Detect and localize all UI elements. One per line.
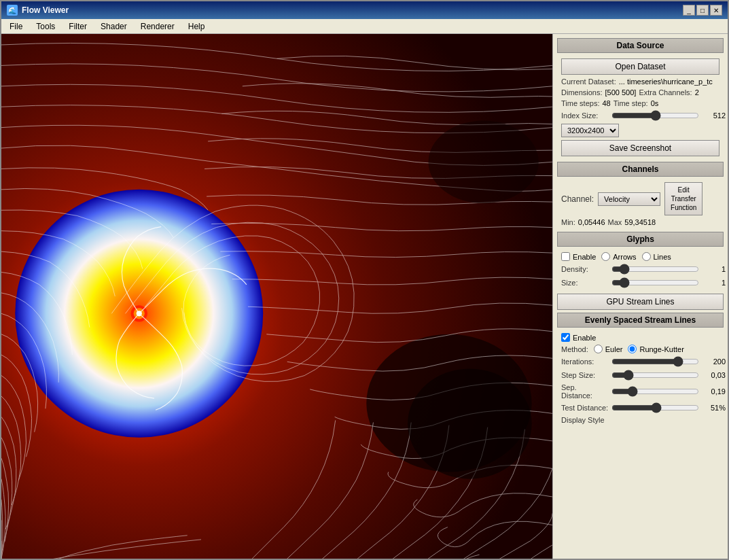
display-style-label: Display Style [561, 416, 605, 424]
menu-shader[interactable]: Shader [95, 20, 132, 33]
svg-point-7 [408, 368, 531, 478]
sep-distance-label: Sep. Distance: [561, 383, 609, 400]
sidebar: Data Source Open Dataset Current Dataset… [552, 34, 728, 559]
sep-distance-slider[interactable] [611, 386, 699, 397]
channel-dropdown[interactable]: Velocity Pressure Temperature [598, 192, 660, 206]
evenly-enable-group: Enable [561, 333, 596, 342]
glyphs-enable-row: Enable Arrows Lines [561, 252, 719, 261]
glyphs-header: Glyphs [557, 232, 724, 247]
channel-label: Channel: [561, 194, 594, 204]
svg-point-6 [429, 120, 539, 203]
step-size-value: 0,03 [702, 371, 726, 379]
iterations-row: Iterations: 200 [561, 356, 719, 367]
channels-header: Channels [557, 162, 724, 177]
euler-radio[interactable] [594, 345, 603, 353]
index-size-row: Index Size: 512 [561, 110, 719, 121]
size-value: 1 [702, 279, 726, 287]
arrows-group: Arrows [601, 252, 636, 261]
time-step-label: Time step: [614, 99, 648, 107]
size-slider[interactable] [611, 277, 699, 288]
title-bar-left: 🌊 Flow Viewer [7, 5, 69, 16]
lines-radio[interactable] [642, 252, 651, 261]
app-icon: 🌊 [7, 5, 18, 16]
density-value: 1 [702, 265, 726, 273]
max-label: Max [608, 218, 622, 226]
min-max-row: Min: 0,05446 Max 59,34518 [561, 218, 719, 226]
density-label: Density: [561, 265, 609, 273]
open-dataset-button[interactable]: Open Dataset [561, 58, 719, 75]
close-button[interactable]: ✕ [710, 5, 722, 16]
method-row: Method: Euler Runge-Kutter [561, 345, 719, 353]
channel-row: Channel: Velocity Pressure Temperature E… [561, 182, 719, 215]
index-size-slider[interactable] [611, 110, 699, 121]
menu-tools[interactable]: Tools [31, 20, 60, 33]
menu-file[interactable]: File [4, 20, 28, 33]
glyphs-enable-group: Enable [561, 252, 596, 261]
sep-distance-value: 0,19 [702, 387, 726, 396]
arrows-radio[interactable] [601, 252, 610, 261]
step-size-slider[interactable] [611, 370, 699, 381]
glyphs-enable-label: Enable [573, 253, 596, 261]
runge-kutter-radio[interactable] [628, 345, 637, 353]
test-distance-label: Test Distance: [561, 404, 609, 412]
evenly-enable-checkbox[interactable] [561, 333, 570, 342]
menu-help[interactable]: Help [183, 20, 211, 33]
current-dataset-label: Current Dataset: [561, 77, 616, 86]
window-title: Flow Viewer [22, 5, 69, 15]
arrows-label: Arrows [613, 253, 636, 261]
save-screenshot-button[interactable]: Save Screenshot [561, 140, 719, 156]
menu-filter[interactable]: Filter [63, 20, 92, 33]
test-distance-row: Test Distance: 51% [561, 402, 719, 413]
test-distance-value: 51% [702, 404, 726, 412]
main-window: 🌊 Flow Viewer _ □ ✕ File Tools Filter Sh… [0, 0, 729, 560]
data-source-header: Data Source [557, 38, 724, 53]
gpu-stream-lines-button[interactable]: GPU Stream Lines [557, 294, 724, 310]
dimensions-value: [500 500] [605, 88, 637, 97]
extra-channels-value: 2 [695, 88, 699, 97]
current-dataset-row: Current Dataset: ... timeseries\hurrican… [561, 77, 719, 86]
title-bar: 🌊 Flow Viewer _ □ ✕ [1, 1, 728, 19]
maximize-button[interactable]: □ [696, 5, 709, 16]
flow-visualization [1, 34, 552, 559]
method-label: Method: [561, 345, 588, 353]
test-distance-slider[interactable] [611, 402, 699, 413]
lines-label: Lines [654, 253, 671, 261]
step-size-label: Step Size: [561, 371, 609, 379]
density-slider[interactable] [611, 264, 699, 275]
current-dataset-value: ... timeseries\hurricane_p_tc [619, 77, 713, 86]
content-area: Data Source Open Dataset Current Dataset… [1, 34, 728, 559]
runge-kutter-label: Runge-Kutter [639, 345, 683, 353]
edit-transfer-function-button[interactable]: EditTransferFunction [664, 182, 703, 215]
evenly-enable-row: Enable [561, 333, 719, 342]
resolution-dropdown[interactable]: 3200x2400 1920x1080 1280x720 800x600 [561, 124, 619, 137]
time-steps-value: 48 [602, 99, 610, 107]
title-buttons: _ □ ✕ [683, 5, 722, 16]
timesteps-row: Time steps: 48 Time step: 0s [561, 99, 719, 107]
time-step-value: 0s [651, 99, 659, 107]
iterations-label: Iterations: [561, 357, 609, 366]
minimize-button[interactable]: _ [683, 5, 695, 16]
canvas-area [1, 34, 552, 559]
min-value: 0,05446 [578, 218, 605, 226]
evenly-spaced-content: Enable Method: Euler Runge-Kutter [557, 330, 724, 427]
evenly-enable-label: Enable [573, 334, 596, 342]
lines-group: Lines [642, 252, 671, 261]
menu-bar: File Tools Filter Shader Renderer Help [1, 19, 728, 34]
evenly-spaced-header: Evenly Spaced Stream Lines [557, 313, 724, 328]
size-label: Size: [561, 279, 609, 287]
menu-renderer[interactable]: Renderer [135, 20, 180, 33]
dimensions-row: Dimensions: [500 500] Extra Channels: 2 [561, 88, 719, 97]
glyphs-content: Enable Arrows Lines Density: 1 [557, 249, 724, 291]
step-size-row: Step Size: 0,03 [561, 370, 719, 381]
channels-content: Channel: Velocity Pressure Temperature E… [557, 179, 724, 229]
size-row: Size: 1 [561, 277, 719, 288]
euler-label: Euler [605, 345, 623, 353]
extra-channels-label: Extra Channels: [639, 88, 692, 97]
index-size-value: 512 [702, 111, 726, 120]
dimensions-label: Dimensions: [561, 88, 603, 97]
glyphs-enable-checkbox[interactable] [561, 252, 570, 261]
sep-distance-row: Sep. Distance: 0,19 [561, 383, 719, 400]
iterations-slider[interactable] [611, 356, 699, 367]
display-style-row: Display Style [561, 416, 719, 424]
min-label: Min: [561, 218, 575, 226]
